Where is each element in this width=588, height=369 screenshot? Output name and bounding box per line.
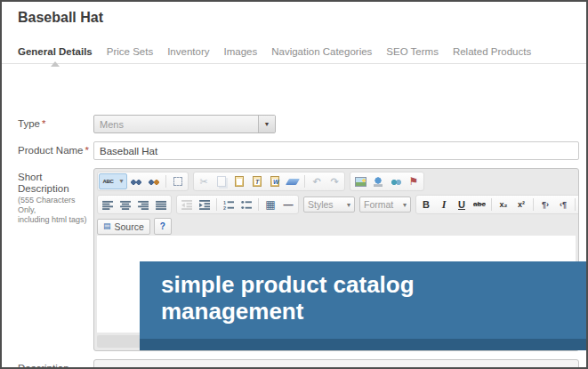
bullet-list-button[interactable] (238, 197, 255, 213)
editor-toolbar-row-2: 12 ▦ — Styles ▾ Format ▾ (94, 192, 578, 215)
select-all-button[interactable] (169, 173, 187, 189)
tab-bar: General Details Price Sets Inventory Ima… (2, 26, 586, 57)
required-marker: * (42, 118, 45, 129)
styles-dropdown[interactable]: Styles ▾ (303, 197, 355, 213)
tab-navigation-categories[interactable]: Navigation Categories (271, 46, 372, 57)
indent-button[interactable] (196, 197, 213, 213)
editor-toolbar-row-1: ABC ▾ ✂ (94, 169, 578, 192)
product-name-label: Product Name* (18, 141, 93, 156)
paste-as-text-button[interactable] (248, 173, 266, 189)
placeholder-flag-button[interactable]: ⚑ (405, 173, 423, 189)
outdent-button[interactable] (178, 197, 196, 213)
help-button[interactable]: ? (154, 218, 172, 235)
spell-check-icon: ABC (102, 179, 113, 184)
redo-button[interactable]: ↷ (326, 173, 343, 189)
text-direction-rtl-button[interactable]: ‹¶ (554, 197, 572, 213)
cut-icon: ✂ (199, 177, 207, 187)
product-name-row: Product Name* (18, 141, 579, 160)
align-justify-button[interactable] (152, 197, 170, 213)
styles-dropdown-label: Styles (308, 199, 334, 210)
insert-image-button[interactable] (351, 173, 369, 189)
bold-button[interactable]: B (417, 197, 435, 213)
bold-icon: B (423, 200, 430, 210)
type-label-text: Type (18, 118, 40, 129)
align-justify-icon (156, 200, 167, 210)
page-header: Baseball Hat (2, 2, 586, 26)
horizontal-rule-button[interactable]: — (279, 197, 297, 213)
insert-table-button[interactable]: ▦ (262, 197, 279, 213)
svg-text:2: 2 (223, 205, 226, 210)
toolbar-group-spell-find: ABC ▾ (97, 172, 189, 191)
short-description-label-text: Short Description (18, 172, 93, 195)
toolbar-divider (491, 198, 492, 211)
spell-check-button[interactable]: ABC ▾ (99, 173, 127, 189)
align-center-button[interactable] (117, 197, 134, 213)
paste-as-text-icon (253, 176, 262, 187)
tab-inventory[interactable]: Inventory (167, 46, 209, 57)
tab-general-details[interactable]: General Details (18, 46, 93, 57)
superscript-button[interactable]: x² (512, 197, 530, 213)
tab-related-products[interactable]: Related Products (453, 46, 531, 57)
text-direction-ltr-button[interactable]: ¶› (536, 197, 554, 213)
bidi-rtl-icon: ‹¶ (560, 201, 567, 209)
source-button-label: Source (115, 221, 144, 232)
numbered-list-button[interactable]: 12 (220, 197, 238, 213)
align-right-button[interactable] (134, 197, 152, 213)
short-description-note: (555 Characters Only, (18, 196, 93, 214)
copy-icon (217, 176, 226, 187)
numbered-list-icon: 12 (223, 200, 235, 210)
bidi-ltr-icon: ¶› (542, 201, 549, 209)
copy-button[interactable] (213, 173, 230, 189)
chevron-down-icon: ▾ (403, 201, 407, 209)
toolbar-group-clipboard: ✂ ↶ ↷ (193, 172, 345, 191)
undo-button[interactable]: ↶ (308, 173, 326, 189)
asset-library-icon (391, 177, 402, 187)
find-button[interactable] (127, 173, 145, 189)
description-editor[interactable] (93, 359, 579, 369)
paste-button[interactable] (230, 173, 248, 189)
format-dropdown[interactable]: Format ▾ (359, 197, 411, 213)
cut-button[interactable]: ✂ (195, 173, 213, 189)
product-name-input[interactable] (93, 141, 579, 160)
replace-button[interactable] (145, 173, 163, 189)
subscript-button[interactable]: x₂ (495, 197, 512, 213)
tab-price-sets[interactable]: Price Sets (107, 46, 153, 57)
table-icon: ▦ (265, 199, 275, 210)
toolbar-group-text-style: B I U abc x₂ x² ¶› ‹¶ ” ▣ Ω (415, 195, 579, 214)
paste-from-word-button[interactable] (266, 173, 284, 189)
source-icon: ▤ (103, 222, 111, 230)
redo-icon: ↷ (330, 177, 338, 187)
align-left-button[interactable] (99, 197, 117, 213)
remove-format-button[interactable] (284, 173, 302, 189)
toolbar-divider (533, 198, 534, 211)
asset-library-button[interactable] (387, 173, 405, 189)
chevron-down-icon: ▾ (120, 178, 124, 185)
toolbar-divider (575, 198, 576, 211)
promo-banner: simple product catalog management (140, 261, 586, 350)
tab-seo-terms[interactable]: SEO Terms (386, 46, 439, 57)
format-dropdown-label: Format (364, 199, 393, 210)
insert-media-button[interactable] (369, 173, 387, 189)
image-icon (355, 177, 366, 187)
italic-button[interactable]: I (435, 197, 453, 213)
superscript-icon: x² (518, 201, 525, 209)
align-right-icon (138, 200, 149, 210)
align-left-icon (102, 200, 114, 210)
strikethrough-button[interactable]: abc (471, 197, 488, 213)
eraser-icon (286, 179, 300, 185)
chevron-down-icon: ▼ (258, 116, 275, 132)
blockquote-button[interactable]: ” (578, 197, 579, 213)
outdent-icon (181, 200, 193, 210)
editor-toolbar-row-3: ▤ Source ? (94, 215, 578, 236)
underline-button[interactable]: U (453, 197, 471, 213)
tab-images[interactable]: Images (223, 46, 257, 57)
italic-icon: I (442, 199, 447, 210)
type-select[interactable]: Mens ▼ (93, 115, 276, 133)
app-window: Baseball Hat General Details Price Sets … (0, 0, 588, 369)
toolbar-divider (165, 175, 166, 188)
tab-label: SEO Terms (386, 46, 439, 57)
source-button[interactable]: ▤ Source (97, 219, 150, 235)
horizontal-rule-icon: — (284, 200, 294, 210)
page-title: Baseball Hat (18, 10, 586, 26)
description-row: Description (18, 359, 579, 369)
